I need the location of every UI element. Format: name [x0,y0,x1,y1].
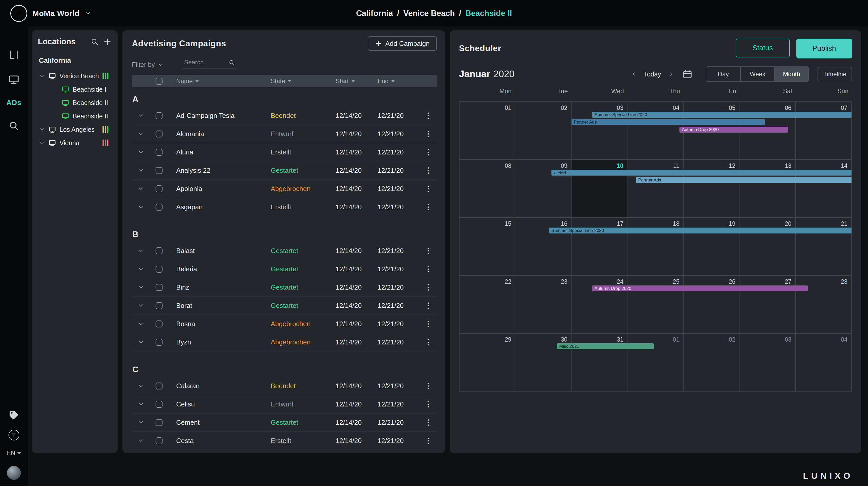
calendar-event[interactable]: ♪FM4 [552,170,851,175]
campaign-row[interactable]: CalaranBeendet12/14/2012/21/20 [132,377,437,395]
calendar-day[interactable]: 28 [796,276,851,333]
chevron-down-icon[interactable] [39,140,45,146]
kebab-menu-icon[interactable] [428,438,429,444]
campaign-row[interactable]: BinzGestartet12/14/2012/21/20 [132,278,437,296]
calendar-day[interactable]: 11 [627,160,683,217]
calendar-day[interactable]: 07 [796,102,851,159]
calendar-day[interactable]: 20 [740,218,795,275]
chevron-down-icon[interactable] [132,149,150,156]
calendar-day[interactable]: 04 [796,334,851,391]
chevron-down-icon[interactable] [132,302,150,309]
calendar-day[interactable]: 16 [516,218,571,275]
add-campaign-button[interactable]: Add Campaign [368,36,437,51]
calendar-day[interactable]: 19 [684,218,740,275]
publish-button[interactable]: Publish [796,39,852,58]
campaign-row[interactable]: AsgapanErstellt12/14/2012/21/20 [132,198,437,216]
prev-month-icon[interactable] [631,71,637,77]
campaign-row[interactable]: AlemaniaEntwurf12/14/2012/21/20 [132,125,437,143]
search-icon[interactable] [90,38,99,46]
chevron-down-icon[interactable] [132,339,150,346]
calendar-day[interactable]: 03 [740,334,795,391]
chevron-down-icon[interactable] [132,185,150,192]
calendar-day[interactable]: 21 [796,218,851,275]
kebab-menu-icon[interactable] [428,167,429,174]
calendar-day[interactable]: 18 [627,218,683,275]
calendar-day[interactable]: 25 [627,276,683,333]
campaign-row[interactable]: CezErstellt12/14/2012/21/20 [132,450,437,453]
chevron-down-icon[interactable] [132,266,150,272]
row-checkbox[interactable] [156,247,162,254]
kebab-menu-icon[interactable] [428,204,429,210]
add-location-icon[interactable] [103,38,112,46]
moma-logo[interactable] [10,5,27,22]
calendar-day[interactable]: 10 [571,160,627,217]
kebab-menu-icon[interactable] [428,266,429,272]
screens-icon[interactable] [8,74,20,85]
chevron-down-icon[interactable] [39,126,45,133]
today-button[interactable]: Today [644,70,661,78]
ads-icon[interactable]: ADs [6,99,21,107]
campaign-row[interactable]: CementGestartet12/14/2012/21/20 [132,413,437,432]
row-checkbox[interactable] [156,419,162,426]
select-all-checkbox[interactable] [156,78,162,85]
chevron-down-icon[interactable] [132,419,150,426]
kebab-menu-icon[interactable] [428,186,429,192]
row-checkbox[interactable] [156,167,162,174]
column-header-name[interactable]: Name [176,77,199,85]
view-month-button[interactable]: Month [774,67,808,82]
chevron-down-icon[interactable] [132,438,150,444]
kebab-menu-icon[interactable] [428,383,429,389]
row-checkbox[interactable] [156,149,162,156]
chevron-down-icon[interactable] [132,321,150,327]
column-header-end[interactable]: End [378,77,395,85]
calendar-event[interactable]: Autumn Drop 2020 [679,127,788,133]
location-item[interactable]: Vienna [38,136,112,150]
chevron-down-icon[interactable] [132,401,150,408]
search-input[interactable] [182,57,236,68]
calendar-day[interactable]: 17 [571,218,627,275]
location-item[interactable]: Los Angeles [38,123,112,136]
column-header-start[interactable]: Start [336,77,355,85]
calendar-day[interactable]: 13 [740,160,795,217]
chevron-down-icon[interactable] [85,10,91,17]
campaign-row[interactable]: BoratGestartet12/14/2012/21/20 [132,296,437,315]
row-checkbox[interactable] [156,112,162,119]
view-week-button[interactable]: Week [740,67,774,82]
calendar-event[interactable]: Partner Ads [636,177,851,183]
calendar-day[interactable]: 09 [516,160,571,217]
calendar-day[interactable]: 04 [627,102,683,159]
chevron-down-icon[interactable] [132,112,150,119]
row-checkbox[interactable] [156,185,162,192]
calendar-day[interactable]: 03 [571,102,627,159]
kebab-menu-icon[interactable] [428,419,429,426]
row-checkbox[interactable] [156,204,162,210]
breadcrumb-item[interactable]: Beachside II [465,9,512,18]
avatar[interactable] [7,466,21,480]
lunixo-mark-icon[interactable] [8,49,20,61]
kebab-menu-icon[interactable] [428,131,429,137]
calendar-day[interactable]: 27 [740,276,795,333]
calendar-day[interactable]: 01 [460,102,516,159]
row-checkbox[interactable] [156,383,162,389]
search-icon[interactable] [228,59,235,66]
calendar-event[interactable]: Summer Special Line 2020 [592,112,851,118]
breadcrumb-item[interactable]: California [356,9,393,18]
kebab-menu-icon[interactable] [428,284,429,291]
chevron-down-icon[interactable] [132,131,150,137]
calendar-day[interactable]: 08 [460,160,516,217]
campaign-row[interactable]: CelisuEntwurf12/14/2012/21/20 [132,395,437,413]
row-checkbox[interactable] [156,321,162,327]
campaign-row[interactable]: BosnaAbgebrochen12/14/2012/21/20 [132,315,437,333]
campaign-row[interactable]: CestaErstellt12/14/2012/21/20 [132,432,437,450]
calendar-day[interactable]: 02 [684,334,740,391]
campaign-row[interactable]: Ad-Campaign TeslaBeendet12/14/2012/21/20 [132,106,437,125]
kebab-menu-icon[interactable] [428,149,429,156]
help-icon[interactable]: ? [8,430,19,441]
view-timeline-button[interactable]: Timeline [817,67,852,82]
column-header-state[interactable]: State [271,77,291,85]
location-item[interactable]: Venice Beach [38,69,112,83]
row-checkbox[interactable] [156,339,162,346]
campaign-row[interactable]: BalastGestartet12/14/2012/21/20 [132,242,437,260]
chevron-down-icon[interactable] [132,247,150,254]
calendar-day[interactable]: 29 [460,334,516,391]
